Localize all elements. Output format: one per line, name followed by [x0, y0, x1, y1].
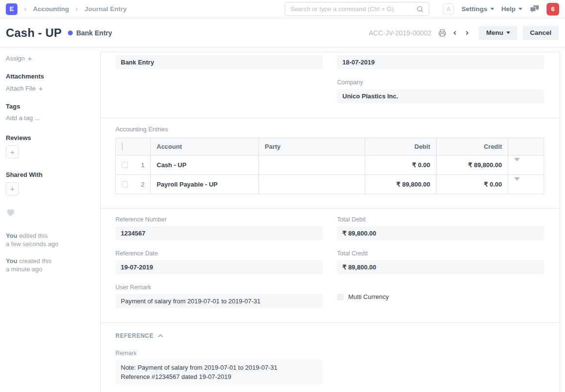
user-remark-field: Payment of salary from 2019-07-01 to 201…: [115, 294, 323, 308]
user-remark-label: User Remark: [115, 284, 323, 291]
accounting-entries-label: Accounting Entries: [115, 125, 544, 133]
help-menu[interactable]: Help: [501, 5, 522, 13]
section-accounting-entries: Accounting Entries Account Party Debit C…: [101, 118, 560, 209]
caret-down-icon: [518, 8, 522, 10]
total-debit-label: Total Debit: [337, 216, 544, 223]
plus-icon: +: [38, 85, 43, 92]
account-cell[interactable]: Cash - UP: [151, 156, 259, 175]
form-sidebar: Assign + Attachments Attach File + Tags …: [0, 52, 100, 392]
row-checkbox[interactable]: [122, 162, 128, 168]
assign-button[interactable]: Assign +: [6, 55, 93, 62]
breadcrumb-accounting[interactable]: Accounting: [33, 5, 69, 13]
company-field: Unico Plastics Inc.: [337, 89, 544, 103]
entry-type-field: Bank Entry: [115, 55, 323, 69]
column-header-account: Account: [151, 138, 259, 156]
account-cell[interactable]: Payroll Payable - UP: [151, 175, 259, 194]
multi-currency-label: Multi Currency: [348, 293, 389, 300]
posting-date-field: 18-07-2019: [337, 55, 544, 69]
debit-cell[interactable]: ₹ 89,800.00: [365, 175, 436, 194]
reference-section-toggle[interactable]: REFERENCE: [115, 332, 544, 339]
accounting-entries-grid: Account Party Debit Credit 1 Cash - UP: [115, 138, 544, 194]
help-label: Help: [501, 5, 516, 13]
avatar[interactable]: A: [443, 3, 454, 15]
global-search[interactable]: [285, 2, 429, 16]
timeline-entry: You created this a minute ago: [6, 257, 93, 273]
attachments-heading: Attachments: [6, 73, 93, 80]
total-credit-label: Total Credit: [337, 250, 544, 257]
page-title: Cash - UP: [6, 26, 62, 40]
cancel-button[interactable]: Cancel: [523, 26, 559, 40]
add-tag-input[interactable]: Add a tag ...: [6, 114, 93, 122]
next-document-icon[interactable]: [464, 30, 470, 36]
reviews-heading: Reviews: [6, 134, 93, 141]
timeline-entry: You edited this a few seconds ago: [6, 232, 93, 248]
row-index: 2: [141, 181, 145, 188]
plus-icon: +: [10, 148, 15, 156]
menu-button[interactable]: Menu: [479, 26, 517, 40]
company-label: Company: [337, 79, 544, 86]
add-review-button[interactable]: +: [6, 145, 19, 158]
reference-date-field: 19-07-2019: [115, 260, 323, 274]
reference-number-label: Reference Number: [115, 216, 323, 223]
heart-icon: [6, 208, 16, 217]
row-expand-caret-icon[interactable]: [514, 177, 520, 188]
total-debit-field: ₹ 89,800.00: [337, 226, 544, 240]
prev-document-icon[interactable]: [452, 30, 458, 36]
print-icon[interactable]: [438, 29, 446, 37]
app-logo[interactable]: E: [6, 3, 17, 15]
settings-menu[interactable]: Settings: [461, 5, 494, 13]
plus-icon: +: [28, 55, 32, 62]
page-head: Cash - UP Bank Entry ACC-JV-2019-00002 M…: [0, 18, 565, 47]
credit-cell[interactable]: ₹ 0.00: [436, 175, 508, 194]
main-area: Assign + Attachments Attach File + Tags …: [0, 47, 565, 392]
chevron-right-icon: [74, 6, 80, 12]
party-cell[interactable]: [259, 156, 365, 175]
row-expand-caret-icon[interactable]: [514, 158, 520, 169]
column-header-credit: Credit: [436, 138, 508, 156]
row-checkbox[interactable]: [122, 181, 128, 188]
tags-heading: Tags: [6, 103, 93, 110]
multi-currency-field: Multi Currency: [337, 284, 544, 300]
section-reference-totals: Reference Number 1234567 Reference Date …: [101, 209, 560, 323]
status-indicator-label: Bank Entry: [76, 29, 112, 37]
notifications-badge[interactable]: 6: [547, 3, 559, 16]
navbar: E Accounting Journal Entry A Settings He…: [0, 0, 565, 18]
remark-field: Note: Payment of salary from 2019-07-01 …: [115, 360, 323, 385]
add-share-button[interactable]: +: [6, 182, 19, 195]
select-all-checkbox[interactable]: [122, 142, 123, 151]
remark-label: Remark: [115, 350, 544, 357]
reference-date-label: Reference Date: [115, 250, 323, 257]
plus-icon: +: [10, 185, 15, 193]
credit-cell[interactable]: ₹ 89,800.00: [436, 156, 508, 175]
settings-label: Settings: [461, 5, 487, 13]
caret-down-icon: [506, 31, 510, 34]
attach-file-button[interactable]: Attach File +: [6, 85, 93, 92]
like-button[interactable]: [6, 208, 93, 218]
status-indicator: Bank Entry: [68, 29, 112, 37]
section-details: Bank Entry 18-07-2019 Company Unico Plas…: [101, 52, 560, 118]
grid-header-row: Account Party Debit Credit: [116, 138, 544, 156]
total-credit-field: ₹ 89,800.00: [337, 260, 544, 274]
row-index: 1: [141, 161, 145, 169]
grid-row[interactable]: 1 Cash - UP ₹ 0.00 ₹ 89,800.00: [116, 156, 544, 175]
debit-cell[interactable]: ₹ 0.00: [365, 156, 436, 175]
reference-number-field: 1234567: [115, 226, 323, 240]
form-layout: Bank Entry 18-07-2019 Company Unico Plas…: [100, 52, 560, 392]
search-input[interactable]: [290, 5, 416, 13]
caret-down-icon: [490, 8, 494, 10]
column-header-party: Party: [259, 138, 365, 156]
search-icon: [416, 5, 424, 13]
multi-currency-checkbox: [337, 294, 344, 300]
breadcrumb-journal-entry[interactable]: Journal Entry: [84, 5, 127, 13]
reference-section-title: REFERENCE: [115, 332, 154, 339]
shared-with-heading: Shared With: [6, 171, 93, 178]
chevron-right-icon: [22, 6, 28, 12]
chevron-up-icon: [158, 334, 163, 338]
document-id: ACC-JV-2019-00002: [369, 29, 431, 37]
party-cell[interactable]: [259, 175, 365, 194]
section-reference: REFERENCE Remark Note: Payment of salary…: [101, 323, 560, 392]
grid-row[interactable]: 2 Payroll Payable - UP ₹ 89,800.00 ₹ 0.0…: [116, 175, 544, 194]
column-header-debit: Debit: [365, 138, 436, 156]
chat-icon[interactable]: [530, 5, 539, 14]
status-indicator-dot: [68, 31, 73, 35]
